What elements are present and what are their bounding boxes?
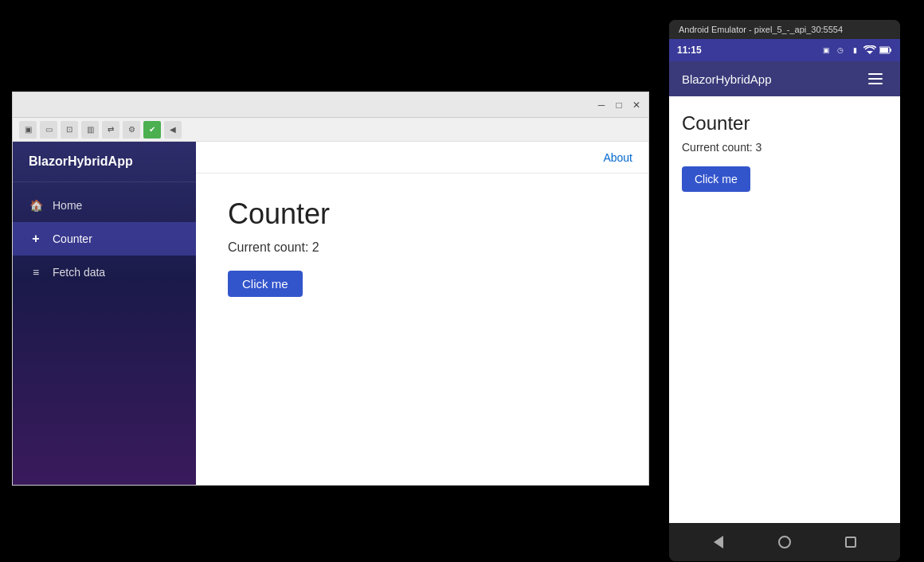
svg-rect-2 [890,49,891,52]
android-page-title: Counter [682,112,887,135]
android-click-me-button[interactable]: Click me [682,166,750,192]
android-current-count: Current count: 3 [682,141,887,154]
emulator-titlebar: Android Emulator - pixel_5_-_api_30:5554 [669,20,900,39]
list-icon: ≡ [29,265,43,279]
minimize-button[interactable]: ─ [596,100,607,111]
toolbar-icon-3[interactable]: ⊡ [61,121,78,139]
main-topbar: About [196,142,648,174]
main-content: About Counter Current count: 2 Click me [196,142,648,485]
maximize-button[interactable]: □ [613,100,624,111]
recent-icon [845,537,856,548]
svg-rect-3 [880,48,888,53]
toolbar-icon-2[interactable]: ▭ [40,121,57,139]
hamburger-line-3 [868,83,883,84]
android-app: BlazorHybridApp Counter Current count: 3… [669,61,900,523]
battery-level-icon [879,46,892,54]
wifi-icon [863,45,876,55]
main-page: Counter Current count: 2 Click me [196,174,648,485]
about-link[interactable]: About [603,151,632,164]
toolbar-icon-check[interactable]: ✔ [143,121,161,139]
hamburger-button[interactable] [865,68,887,90]
status-icons: ▣ ◷ ▮ [820,45,892,55]
sidebar: BlazorHybridApp 🏠 Home + Counter ≡ Fetch… [13,142,196,485]
home-icon: 🏠 [29,198,43,213]
hamburger-line-1 [868,73,883,75]
toolbar-icon-4[interactable]: ▥ [81,121,99,139]
alarm-icon: ◷ [835,46,846,54]
page-title: Counter [228,197,617,231]
sidebar-nav: 🏠 Home + Counter ≡ Fetch data [13,182,196,295]
window-titlebar: ─ □ ✕ [13,92,648,118]
toolbar-icon-5[interactable]: ⇄ [102,121,119,139]
back-icon [714,536,723,548]
sidebar-item-home-label: Home [53,199,82,212]
toolbar-icon-arrow[interactable]: ◀ [164,121,182,139]
hamburger-line-2 [868,78,883,80]
current-count: Current count: 2 [228,240,617,255]
toolbar-icon-1[interactable]: ▣ [19,121,37,139]
window-toolbar: ▣ ▭ ⊡ ▥ ⇄ ⚙ ✔ ◀ [13,118,648,142]
android-recent-button[interactable] [841,533,860,552]
status-time: 11:15 [677,45,702,56]
plus-icon: + [29,232,43,246]
close-button[interactable]: ✕ [631,100,642,111]
svg-marker-0 [867,51,873,54]
android-content: Counter Current count: 3 Click me [669,96,900,208]
sidebar-item-home[interactable]: 🏠 Home [13,189,196,222]
sidebar-item-fetchdata-label: Fetch data [53,266,105,279]
sidebar-item-counter-label: Counter [53,232,92,245]
click-me-button[interactable]: Click me [228,271,303,297]
sidebar-brand: BlazorHybridApp [13,142,196,182]
notification-icon: ▣ [820,46,832,54]
emulator-title: Android Emulator - pixel_5_-_api_30:5554 [679,25,843,34]
android-home-button[interactable] [775,533,794,552]
android-navbar: BlazorHybridApp [669,61,900,96]
battery-icon: ▮ [849,46,860,54]
window-body: BlazorHybridApp 🏠 Home + Counter ≡ Fetch… [13,142,648,485]
android-emulator: Android Emulator - pixel_5_-_api_30:5554… [669,20,900,561]
toolbar-icon-6[interactable]: ⚙ [123,121,140,139]
android-brand: BlazorHybridApp [682,72,772,86]
sidebar-item-fetchdata[interactable]: ≡ Fetch data [13,256,196,289]
android-statusbar: 11:15 ▣ ◷ ▮ [669,39,900,61]
desktop-window: ─ □ ✕ ▣ ▭ ⊡ ▥ ⇄ ⚙ ✔ ◀ BlazorHybridApp 🏠 … [12,92,649,486]
android-back-button[interactable] [709,533,728,552]
sidebar-item-counter[interactable]: + Counter [13,222,196,256]
home-icon [778,536,791,548]
android-bottombar [669,523,900,561]
